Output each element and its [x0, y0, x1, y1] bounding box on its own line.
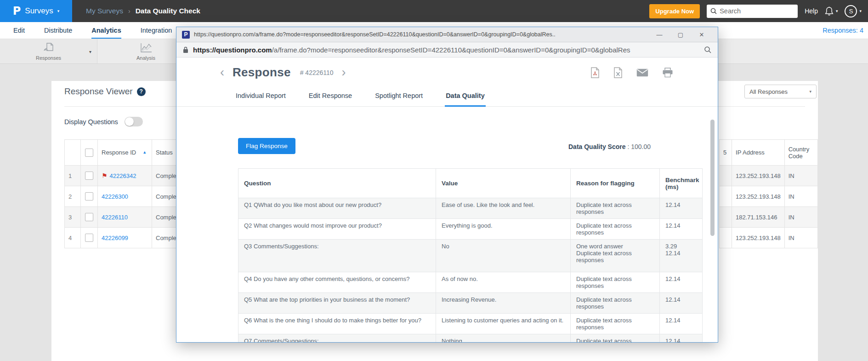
response-id-cell: 42226300: [98, 186, 152, 207]
row-checkbox-cell: [81, 207, 98, 228]
responses-table-right: 5 IP Address Country Code 123.252.193.14…: [719, 139, 818, 248]
export-pdf-icon[interactable]: [590, 67, 600, 78]
response-id-link[interactable]: 42226099: [102, 235, 128, 241]
response-id-link[interactable]: 42226342: [110, 172, 136, 179]
email-icon[interactable]: [636, 69, 648, 77]
chevron-down-icon[interactable]: ▾: [89, 49, 91, 54]
row-checkbox[interactable]: [85, 213, 93, 221]
help-badge-icon[interactable]: ?: [137, 87, 146, 96]
col5-cell: [720, 207, 732, 228]
row-checkbox[interactable]: [85, 192, 93, 201]
response-title: Response: [233, 65, 291, 80]
question-cell: Q1 QWhat do you like most about our new …: [238, 198, 436, 219]
analysis-chart-icon: [139, 42, 153, 54]
value-cell: Everything is good.: [436, 219, 571, 240]
reason-line: Duplicate text across responses: [576, 338, 654, 342]
nav-tab-distribute[interactable]: Distribute: [44, 22, 72, 39]
country-cell: IN: [784, 228, 817, 248]
zoom-page-icon[interactable]: [704, 46, 711, 53]
row-checkbox[interactable]: [85, 172, 93, 180]
address-url: https://questionpro.com/a/frame.do?mode=…: [193, 46, 699, 54]
close-button[interactable]: ✕: [691, 31, 712, 38]
display-questions-toggle[interactable]: [125, 117, 143, 126]
export-excel-icon[interactable]: [613, 67, 623, 78]
response-id-link[interactable]: 42226300: [102, 193, 128, 200]
reason-cell: Duplicate text across responses: [571, 293, 660, 314]
benchmark-cell: 12.14: [660, 272, 703, 293]
benchmark-line: 12.14: [665, 296, 697, 303]
ip-address-header[interactable]: IP Address: [732, 140, 785, 166]
data-quality-score: Data Quality Score : 100.00: [568, 143, 651, 150]
response-tabs: Individual ReportEdit ResponseSpotlight …: [176, 86, 718, 107]
benchmark-cell: 12.14: [660, 198, 703, 219]
tab-data-quality[interactable]: Data Quality: [445, 87, 486, 107]
reason-line: Duplicate text across responses: [576, 222, 654, 236]
help-link[interactable]: Help: [805, 7, 818, 15]
country-cell: IN: [784, 166, 817, 186]
ip-cell: 123.252.193.148: [732, 186, 785, 207]
toolbar-responses-label: Responses: [36, 55, 61, 61]
benchmark-cell: 3.2912.14: [660, 240, 703, 272]
toolbar-responses[interactable]: Responses ▾: [0, 39, 97, 63]
next-response-button[interactable]: ›: [342, 66, 346, 79]
reason-cell: Duplicate text across responses: [571, 272, 660, 293]
response-id-label: # 42226110: [300, 69, 334, 76]
row-checkbox-cell: [81, 186, 98, 207]
lock-icon: [183, 46, 188, 53]
reason-cell: Duplicate text across responses: [571, 198, 660, 219]
reason-line: Duplicate text across responses: [576, 317, 654, 331]
country-code-header[interactable]: Country Code: [784, 140, 817, 166]
response-id-cell: ⚑42226342: [98, 166, 152, 186]
address-bar[interactable]: https://questionpro.com/a/frame.do?mode=…: [176, 42, 718, 57]
nav-tab-integration[interactable]: Integration: [141, 22, 172, 39]
value-cell: As of now no.: [436, 272, 571, 293]
display-questions-label: Display Questions: [64, 118, 118, 126]
top-navbar: P Surveys ▾ My Surveys › Data Quality Ch…: [0, 0, 868, 22]
country-cell: IN: [784, 207, 817, 228]
flag-response-button[interactable]: Flag Response: [238, 138, 295, 154]
row-number: 1: [65, 166, 81, 186]
search-input[interactable]: [720, 7, 794, 15]
window-titlebar[interactable]: P https://questionpro.com/a/frame.do?mod…: [176, 27, 718, 42]
print-icon[interactable]: [662, 68, 673, 78]
benchmark-cell: 12.14: [660, 219, 703, 240]
col5-header: 5: [720, 140, 732, 166]
value-cell: Increasing Revenue.: [436, 293, 571, 314]
account-menu[interactable]: S ▾: [845, 5, 862, 17]
response-id-cell: 42226099: [98, 228, 152, 248]
toolbar-analysis-label: Analysis: [136, 55, 155, 61]
table-row: 123.252.193.148IN: [720, 166, 818, 186]
response-id-link[interactable]: 42226110: [102, 214, 128, 221]
tab-edit-response[interactable]: Edit Response: [308, 87, 353, 107]
modal-scrollbar-thumb[interactable]: [710, 120, 715, 236]
global-search[interactable]: [707, 5, 798, 18]
row-checkbox[interactable]: [85, 234, 93, 242]
brand-logo[interactable]: P Surveys ▾: [0, 0, 72, 22]
tab-individual-report[interactable]: Individual Report: [235, 87, 287, 107]
benchmark-line: 12.14: [665, 201, 697, 208]
minimize-button[interactable]: —: [649, 31, 670, 38]
nav-tab-analytics[interactable]: Analytics: [91, 22, 121, 39]
window-title: https://questionpro.com/a/frame.do?mode=…: [194, 31, 645, 38]
tab-spotlight-report[interactable]: Spotlight Report: [374, 87, 424, 107]
upgrade-now-button[interactable]: Upgrade Now: [649, 4, 700, 18]
response-editor-content: ‹ Response # 42226110 › Individual Repor…: [176, 57, 718, 342]
reason-line: Duplicate text across responses: [576, 296, 654, 310]
notifications-button[interactable]: ▾: [825, 6, 838, 16]
maximize-button[interactable]: ▢: [670, 31, 691, 38]
value-cell: Nothing.: [436, 334, 571, 343]
breadcrumb-my-surveys[interactable]: My Surveys: [86, 7, 123, 15]
responses-filter-dropdown[interactable]: All Responses ▾: [744, 85, 817, 98]
dq-table-row: Q4 Do you have any other comments, quest…: [238, 272, 703, 293]
row-checkbox-cell: [81, 166, 98, 186]
page-title: Response Viewer: [64, 86, 133, 97]
row-number: 4: [65, 228, 81, 248]
avatar: S: [845, 5, 857, 17]
select-all-checkbox[interactable]: [85, 149, 93, 157]
nav-tab-edit[interactable]: Edit: [13, 22, 25, 39]
reason-line: Duplicate text across responses: [576, 275, 654, 289]
responses-count: Responses: 4: [823, 27, 863, 34]
table-row: 123.252.193.148IN: [720, 186, 818, 207]
previous-response-button[interactable]: ‹: [220, 66, 224, 79]
response-id-header[interactable]: Response ID▲: [98, 140, 152, 166]
